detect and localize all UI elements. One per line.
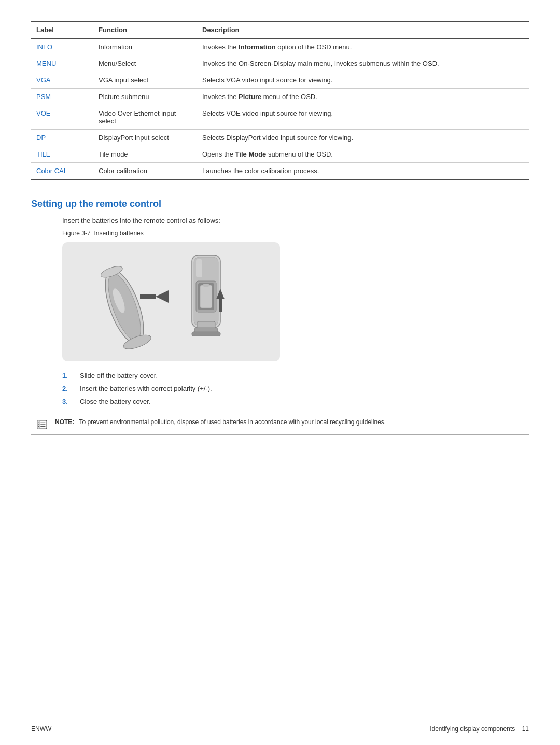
- step-text: Close the battery cover.: [80, 398, 151, 405]
- table-cell-function: Picture submenu: [93, 89, 197, 105]
- col-header-description: Description: [197, 21, 529, 38]
- step-text: Insert the batteries with correct polari…: [80, 385, 212, 392]
- table-cell-description: Opens the Tile Mode submenu of the OSD.: [197, 146, 529, 163]
- table-cell-label: MENU: [31, 55, 93, 72]
- footer-right: Identifying display components 11: [430, 725, 529, 733]
- figure-caption: Figure 3-7 Inserting batteries: [62, 230, 529, 237]
- table-cell-function: Menu/Select: [93, 55, 197, 72]
- page-footer: ENWW Identifying display components 11: [31, 725, 529, 733]
- table-cell-description: Selects VGA video input source for viewi…: [197, 72, 529, 89]
- battery-figure: [62, 242, 280, 361]
- step-number: 3.: [62, 398, 77, 405]
- table-row: VOEVideo Over Ethernet input selectSelec…: [31, 105, 529, 130]
- table-cell-label: PSM: [31, 89, 93, 105]
- svg-rect-12: [203, 284, 209, 287]
- table-header-row: Label Function Description: [31, 21, 529, 38]
- step-number: 1.: [62, 372, 77, 379]
- figure-caption-text: Inserting batteries: [94, 230, 143, 237]
- label-table: Label Function Description INFOInformati…: [31, 21, 529, 180]
- steps-list: 1.Slide off the battery cover.2.Insert t…: [62, 372, 529, 405]
- table-cell-description: Invokes the Picture menu of the OSD.: [197, 89, 529, 105]
- table-cell-function: Tile mode: [93, 146, 197, 163]
- col-header-function: Function: [93, 21, 197, 38]
- table-cell-function: VGA input select: [93, 72, 197, 89]
- table-cell-label: INFO: [31, 38, 93, 55]
- note-box: NOTE: To prevent environmental pollution…: [31, 414, 529, 435]
- figure-label: Figure 3-7: [62, 230, 91, 237]
- step-number: 2.: [62, 385, 77, 392]
- list-item: 3.Close the battery cover.: [62, 398, 529, 405]
- svg-rect-16: [192, 332, 220, 336]
- table-cell-label: DP: [31, 130, 93, 146]
- table-row: DPDisplayPort input selectSelects Displa…: [31, 130, 529, 146]
- table-row: VGAVGA input selectSelects VGA video inp…: [31, 72, 529, 89]
- table-cell-function: Color calibration: [93, 163, 197, 180]
- note-content: NOTE: To prevent environmental pollution…: [55, 418, 386, 426]
- svg-marker-5: [156, 290, 169, 303]
- footer-right-text: Identifying display components: [430, 725, 515, 733]
- table-row: MENUMenu/SelectInvokes the On-Screen-Dis…: [31, 55, 529, 72]
- table-cell-label: VGA: [31, 72, 93, 89]
- svg-rect-13: [196, 259, 202, 277]
- table-cell-description: Invokes the On-Screen-Display main menu,…: [197, 55, 529, 72]
- footer-left: ENWW: [31, 725, 51, 733]
- note-label: NOTE:: [55, 418, 74, 426]
- table-cell-function: DisplayPort input select: [93, 130, 197, 146]
- table-cell-description: Selects VOE video input source for viewi…: [197, 105, 529, 130]
- section-heading: Setting up the remote control: [31, 199, 529, 209]
- footer-page-num: 11: [522, 725, 529, 733]
- svg-rect-6: [140, 294, 156, 299]
- page-container: Label Function Description INFOInformati…: [0, 0, 560, 745]
- list-item: 1.Slide off the battery cover.: [62, 372, 529, 379]
- col-header-label: Label: [31, 21, 93, 38]
- table-cell-description: Selects DisplayPort video input source f…: [197, 130, 529, 146]
- table-row: PSMPicture submenuInvokes the Picture me…: [31, 89, 529, 105]
- section-intro: Insert the batteries into the remote con…: [62, 217, 529, 224]
- table-row: TILETile modeOpens the Tile Mode submenu…: [31, 146, 529, 163]
- svg-rect-11: [200, 285, 212, 308]
- table-cell-label: TILE: [31, 146, 93, 163]
- list-item: 2.Insert the batteries with correct pola…: [62, 385, 529, 392]
- table-row: Color CALColor calibrationLaunches the c…: [31, 163, 529, 180]
- table-cell-description: Invokes the Information option of the OS…: [197, 38, 529, 55]
- table-cell-function: Video Over Ethernet input select: [93, 105, 197, 130]
- battery-illustration: [62, 242, 280, 361]
- table-row: INFOInformationInvokes the Information o…: [31, 38, 529, 55]
- note-text: To prevent environmental pollution, disp…: [79, 418, 386, 426]
- table-cell-label: Color CAL: [31, 163, 93, 180]
- table-cell-description: Launches the color calibration process.: [197, 163, 529, 180]
- note-icon: [36, 418, 51, 430]
- table-cell-label: VOE: [31, 105, 93, 130]
- table-cell-function: Information: [93, 38, 197, 55]
- step-text: Slide off the battery cover.: [80, 372, 158, 379]
- svg-rect-18: [219, 299, 222, 312]
